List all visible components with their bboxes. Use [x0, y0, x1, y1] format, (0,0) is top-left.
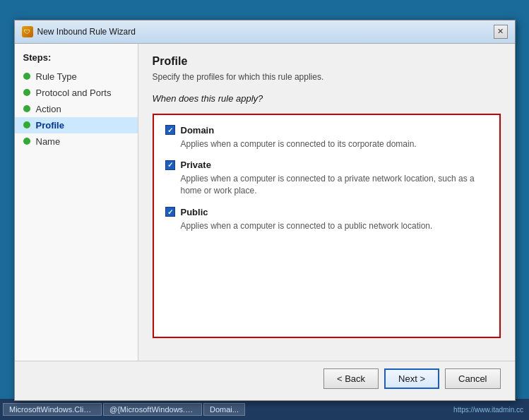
sidebar: Steps: Rule Type Protocol and Ports Acti… [15, 44, 138, 361]
dot-action [23, 105, 30, 112]
page-subtitle: Specify the profiles for which this rule… [153, 72, 501, 82]
title-bar-left: 🛡 New Inbound Rule Wizard [22, 26, 136, 37]
close-button[interactable]: ✕ [494, 25, 508, 39]
dot-profile [23, 121, 30, 128]
option-private-label: Private [181, 160, 211, 170]
option-private: Private Applies when a computer is conne… [165, 160, 488, 197]
title-bar: 🛡 New Inbound Rule Wizard ✕ [15, 20, 515, 44]
question-label: When does this rule apply? [153, 93, 501, 104]
sidebar-label-protocol: Protocol and Ports [36, 88, 112, 98]
wizard-icon: 🛡 [22, 26, 33, 37]
back-button[interactable]: < Back [323, 368, 379, 389]
dot-name [23, 138, 30, 145]
option-public-label: Public [181, 207, 208, 217]
sidebar-item-protocol[interactable]: Protocol and Ports [15, 85, 138, 101]
option-domain-label: Domain [181, 125, 215, 136]
option-domain-desc: Applies when a computer is connected to … [181, 138, 488, 150]
checkbox-domain[interactable] [165, 125, 175, 135]
dialog-title: New Inbound Rule Wizard [37, 27, 136, 37]
option-private-header: Private [165, 160, 488, 170]
sidebar-item-action[interactable]: Action [15, 101, 138, 117]
taskbar-item-1[interactable]: @{MicrosoftWindows.Client.... [103, 403, 202, 416]
sidebar-item-profile[interactable]: Profile [15, 117, 138, 133]
dot-rule-type [23, 73, 30, 80]
sidebar-title: Steps: [15, 52, 138, 68]
taskbar-item-2[interactable]: Domai... [203, 403, 245, 416]
page-title: Profile [153, 55, 501, 68]
taskbar-item-0[interactable]: MicrosoftWindows.Client.CBS_1000.22... [3, 403, 102, 416]
option-domain: Domain Applies when a computer is connec… [165, 125, 488, 150]
dialog-body: Steps: Rule Type Protocol and Ports Acti… [15, 44, 515, 361]
cancel-button[interactable]: Cancel [445, 368, 500, 389]
option-public-desc: Applies when a computer is connected to … [181, 220, 488, 232]
sidebar-label-name: Name [36, 136, 61, 147]
option-public-header: Public [165, 207, 488, 217]
checkbox-private[interactable] [165, 160, 175, 170]
dot-protocol [23, 89, 30, 96]
sidebar-label-profile: Profile [36, 120, 64, 131]
option-domain-header: Domain [165, 125, 488, 136]
sidebar-label-action: Action [36, 104, 61, 114]
checkbox-public[interactable] [165, 207, 175, 217]
sidebar-item-name[interactable]: Name [15, 133, 138, 150]
option-public: Public Applies when a computer is connec… [165, 207, 488, 232]
sidebar-item-rule-type[interactable]: Rule Type [15, 68, 138, 85]
options-box: Domain Applies when a computer is connec… [153, 114, 501, 338]
taskbar-url: https://www.itadmin.cc [453, 406, 526, 414]
next-button[interactable]: Next > [384, 368, 439, 389]
main-content: Profile Specify the profiles for which t… [138, 44, 515, 361]
option-private-desc: Applies when a computer is connected to … [181, 173, 488, 197]
dialog-window: 🛡 New Inbound Rule Wizard ✕ Steps: Rule … [14, 20, 516, 401]
footer: < Back Next > Cancel [15, 361, 515, 400]
taskbar: MicrosoftWindows.Client.CBS_1000.22... @… [0, 399, 529, 420]
sidebar-label-rule-type: Rule Type [36, 71, 77, 82]
